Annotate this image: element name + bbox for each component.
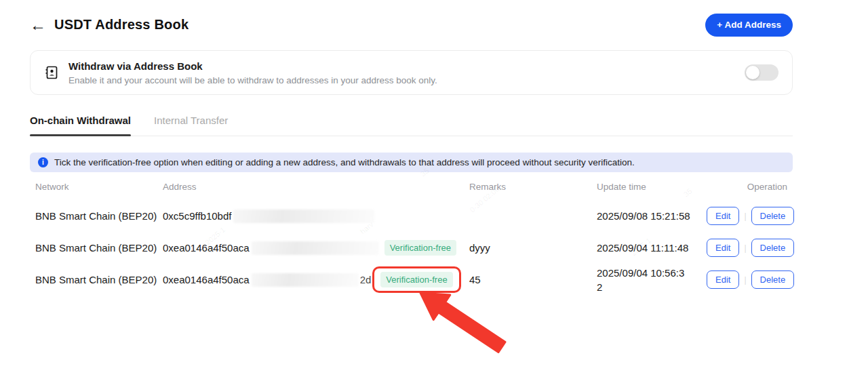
tab-onchain-withdrawal[interactable]: On-chain Withdrawal (30, 111, 131, 136)
notice-banner: i Tick the verification-free option when… (30, 153, 793, 172)
edit-button[interactable]: Edit (707, 207, 739, 225)
delete-button[interactable]: Delete (751, 270, 795, 289)
table-header-row: Network Address Remarks Update time Oper… (30, 178, 793, 200)
action-separator: | (744, 243, 746, 253)
edit-button[interactable]: Edit (707, 270, 739, 289)
action-separator: | (744, 212, 746, 221)
address-redaction-blur (252, 241, 379, 255)
verification-free-badge: Verification-free (380, 272, 452, 287)
notice-banner-text: Tick the verification-free option when e… (54, 157, 635, 167)
withdraw-via-address-book-card: Withdraw via Address Book Enable it and … (30, 50, 793, 95)
address-redaction-blur (233, 209, 374, 223)
address-table: Network Address Remarks Update time Oper… (30, 178, 793, 296)
table-row: BNB Smart Chain (BEP20) 0xc5c9ffb10bdf 2… (30, 200, 793, 232)
address-redaction-blur (252, 273, 359, 287)
card-text: Withdraw via Address Book Enable it and … (68, 60, 437, 85)
withdraw-via-address-book-toggle[interactable] (745, 64, 778, 81)
col-update-time: Update time (597, 182, 707, 192)
update-time-line: 2025/09/04 10:56:3 (597, 266, 707, 280)
verification-free-badge: Verification-free (384, 240, 456, 256)
action-separator: | (744, 275, 746, 285)
network-cell: BNB Smart Chain (BEP20) (35, 242, 163, 254)
address-text: 0xea0146a4f50aca (163, 242, 250, 254)
update-time-cell: 2025/09/04 11:11:48 (597, 241, 707, 255)
col-address: Address (163, 182, 469, 192)
address-cell: 0xea0146a4f50aca Verification-free (163, 240, 469, 256)
col-operation: Operation (707, 182, 787, 192)
page-title: USDT Address Book (54, 17, 189, 33)
tab-bar: On-chain Withdrawal Internal Transfer (30, 111, 793, 136)
address-book-icon (44, 65, 59, 80)
tab-internal-transfer[interactable]: Internal Transfer (154, 111, 228, 136)
edit-button[interactable]: Edit (707, 239, 739, 257)
address-cell: 0xea0146a4f50aca 2d Verification-free (163, 266, 469, 293)
address-cell: 0xc5c9ffb10bdf (163, 209, 469, 223)
operation-cell: Edit | Delete (707, 270, 794, 289)
table-row: BNB Smart Chain (BEP20) 0xea0146a4f50aca… (30, 264, 793, 296)
annotation-arrow-icon (408, 289, 510, 353)
add-address-button[interactable]: + Add Address (705, 14, 793, 37)
card-description: Enable it and your account will be able … (68, 75, 437, 85)
operation-cell: Edit | Delete (707, 207, 794, 225)
page-header: ← USDT Address Book + Add Address (30, 14, 793, 37)
info-icon: i (38, 157, 48, 167)
usdt-address-book-page: ← USDT Address Book + Add Address Withdr… (0, 0, 868, 381)
update-time-line: 2025/09/04 11:11:48 (597, 241, 707, 255)
table-row: BNB Smart Chain (BEP20) 0xea0146a4f50aca… (30, 232, 793, 264)
delete-button[interactable]: Delete (751, 239, 795, 257)
network-cell: BNB Smart Chain (BEP20) (35, 210, 163, 222)
address-tail-fragment: 2d (360, 274, 372, 285)
highlight-box: Verification-free (372, 266, 460, 293)
card-title: Withdraw via Address Book (68, 60, 437, 72)
toggle-knob (746, 66, 760, 79)
operation-cell: Edit | Delete (707, 239, 794, 257)
update-time-cell: 2025/09/08 15:21:58 (597, 209, 707, 223)
update-time-line: 2 (597, 280, 707, 294)
back-arrow-icon[interactable]: ← (30, 17, 46, 33)
col-network: Network (35, 182, 163, 192)
remarks-cell: 45 (469, 274, 597, 285)
col-remarks: Remarks (469, 182, 597, 192)
update-time-cell: 2025/09/04 10:56:3 2 (597, 266, 707, 294)
update-time-line: 2025/09/08 15:21:58 (597, 209, 707, 223)
address-text: 0xc5c9ffb10bdf (163, 210, 231, 222)
remarks-cell: dyyy (469, 242, 597, 254)
address-text: 0xea0146a4f50aca (163, 274, 250, 285)
network-cell: BNB Smart Chain (BEP20) (35, 274, 163, 285)
delete-button[interactable]: Delete (751, 207, 795, 225)
